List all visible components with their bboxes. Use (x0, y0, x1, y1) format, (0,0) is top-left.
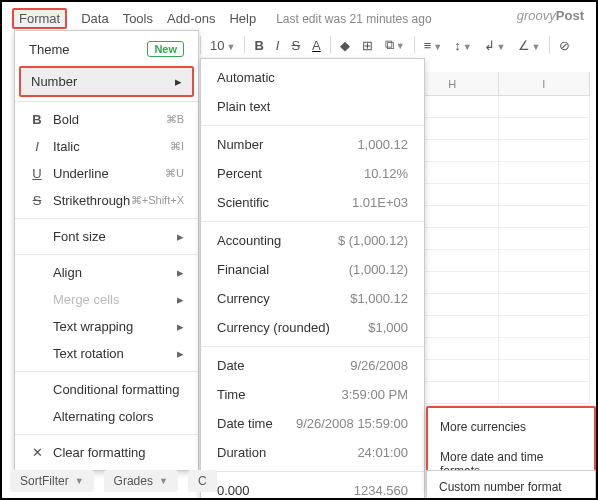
table-row (407, 228, 590, 250)
table-row (407, 118, 590, 140)
format-number[interactable]: Number1,000.12 (201, 130, 424, 159)
menu-tools[interactable]: Tools (123, 11, 153, 26)
table-row (407, 360, 590, 382)
column-header-i[interactable]: I (499, 72, 591, 95)
sheet-tab-grades[interactable]: Grades▼ (104, 470, 178, 492)
menu-number[interactable]: Number▸ (19, 66, 194, 97)
menu-alternating-colors[interactable]: Alternating colors (15, 403, 198, 430)
table-row (407, 140, 590, 162)
number-submenu: Automatic Plain text Number1,000.12 Perc… (200, 58, 425, 500)
table-row (407, 316, 590, 338)
strike-button[interactable]: S (288, 38, 303, 53)
more-currencies[interactable]: More currencies (428, 412, 594, 442)
format-duration[interactable]: Duration24:01:00 (201, 438, 424, 467)
font-size-select[interactable]: 10▼ (207, 38, 238, 53)
table-row (407, 382, 590, 404)
menu-clear-formatting[interactable]: ✕Clear formatting (15, 439, 198, 466)
clear-format-icon: ✕ (29, 445, 45, 460)
link-icon[interactable]: ⊘ (556, 38, 573, 53)
spreadsheet-grid[interactable]: H I (407, 72, 590, 458)
format-accounting[interactable]: Accounting$ (1,000.12) (201, 226, 424, 255)
sheet-tab-c[interactable]: C (188, 470, 217, 492)
format-currency[interactable]: Currency$1,000.12 (201, 284, 424, 313)
menu-strikethrough[interactable]: SStrikethrough⌘+Shift+X (15, 187, 198, 214)
menu-bold[interactable]: BBold⌘B (15, 106, 198, 133)
menu-underline[interactable]: UUnderline⌘U (15, 160, 198, 187)
menu-align[interactable]: Align▸ (15, 259, 198, 286)
bold-icon: B (29, 112, 45, 127)
table-row (407, 184, 590, 206)
chevron-right-icon: ▸ (175, 74, 182, 89)
menu-theme[interactable]: Theme New (15, 35, 198, 63)
format-time[interactable]: Time3:59:00 PM (201, 380, 424, 409)
sheet-tab-sortfilter[interactable]: SortFilter▼ (10, 470, 94, 492)
chevron-right-icon: ▸ (177, 319, 184, 334)
menu-format[interactable]: Format (12, 8, 67, 29)
format-datetime[interactable]: Date time9/26/2008 15:59:00 (201, 409, 424, 438)
menu-merge-cells: Merge cells▸ (15, 286, 198, 313)
table-row (407, 250, 590, 272)
menu-italic[interactable]: IItalic⌘I (15, 133, 198, 160)
text-color-button[interactable]: A (309, 38, 324, 53)
format-date[interactable]: Date9/26/2008 (201, 351, 424, 380)
table-row (407, 272, 590, 294)
format-plain-text[interactable]: Plain text (201, 92, 424, 121)
table-row (407, 206, 590, 228)
new-badge: New (147, 41, 184, 57)
valign-icon[interactable]: ↕▼ (451, 38, 474, 53)
chevron-right-icon: ▸ (177, 265, 184, 280)
strike-icon: S (29, 193, 45, 208)
table-row (407, 96, 590, 118)
last-edit-info[interactable]: Last edit was 21 minutes ago (276, 12, 431, 26)
format-automatic[interactable]: Automatic (201, 63, 424, 92)
format-percent[interactable]: Percent10.12% (201, 159, 424, 188)
sheet-tabs: SortFilter▼ Grades▼ C (10, 470, 217, 492)
menu-addons[interactable]: Add-ons (167, 11, 215, 26)
table-row (407, 338, 590, 360)
toolbar: 10▼ B I S A ◆ ⊞ ⧉▼ ≡▼ ↕▼ ↲▼ ∠▼ ⊘ (200, 32, 588, 58)
wrap-icon[interactable]: ↲▼ (481, 38, 509, 53)
menu-data[interactable]: Data (81, 11, 108, 26)
italic-icon: I (29, 139, 45, 154)
rotate-icon[interactable]: ∠▼ (515, 38, 544, 53)
chevron-down-icon: ▼ (159, 476, 168, 486)
menu-font-size[interactable]: Font size▸ (15, 223, 198, 250)
format-currency-rounded[interactable]: Currency (rounded)$1,000 (201, 313, 424, 342)
halign-icon[interactable]: ≡▼ (421, 38, 446, 53)
italic-button[interactable]: I (273, 38, 283, 53)
menu-text-wrapping[interactable]: Text wrapping▸ (15, 313, 198, 340)
table-row (407, 294, 590, 316)
format-financial[interactable]: Financial(1,000.12) (201, 255, 424, 284)
brand-logo: groovyPost (517, 8, 584, 23)
more-formats-submenu-2: Custom number format (426, 470, 596, 500)
merge-icon[interactable]: ⧉▼ (382, 37, 408, 53)
chevron-right-icon: ▸ (177, 346, 184, 361)
format-dropdown: Theme New Number▸ BBold⌘B IItalic⌘I UUnd… (14, 30, 199, 471)
table-row (407, 162, 590, 184)
chevron-right-icon: ▸ (177, 229, 184, 244)
underline-icon: U (29, 166, 45, 181)
chevron-down-icon: ▼ (75, 476, 84, 486)
menu-help[interactable]: Help (229, 11, 256, 26)
menu-text-rotation[interactable]: Text rotation▸ (15, 340, 198, 367)
borders-icon[interactable]: ⊞ (359, 38, 376, 53)
fill-color-icon[interactable]: ◆ (337, 38, 353, 53)
format-custom-zero[interactable]: 0.0001234.560 (201, 476, 424, 500)
format-scientific[interactable]: Scientific1.01E+03 (201, 188, 424, 217)
custom-number-format[interactable]: Custom number format (427, 472, 595, 500)
menu-conditional-formatting[interactable]: Conditional formatting (15, 376, 198, 403)
chevron-right-icon: ▸ (177, 292, 184, 307)
bold-button[interactable]: B (251, 38, 266, 53)
